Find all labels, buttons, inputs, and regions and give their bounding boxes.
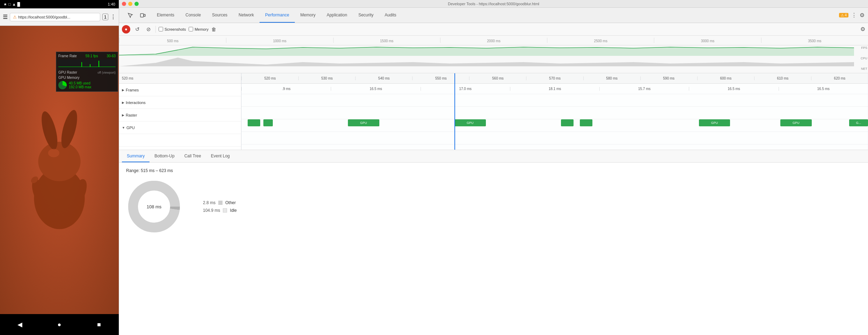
battery-icon: █	[17, 2, 20, 6]
graph-spike-1	[81, 62, 82, 67]
gpu-raster-status: off (viewport)	[97, 71, 116, 74]
toolbar-right: ⚙	[860, 26, 865, 32]
stop-button[interactable]: ⊘	[144, 25, 153, 34]
settings-button[interactable]: ⚙	[860, 26, 865, 32]
fps-label: FPS	[861, 46, 867, 50]
tab-bottom-up[interactable]: Bottom-Up	[149, 150, 179, 162]
memory-delete-icon[interactable]: 🗑	[211, 27, 216, 32]
donut-chart: 108 ms	[126, 179, 182, 234]
close-window-button[interactable]	[122, 2, 126, 6]
tab-security-label: Security	[358, 13, 373, 17]
svg-rect-9	[144, 14, 145, 16]
svg-marker-10	[119, 47, 854, 56]
graph-baseline	[58, 67, 116, 67]
frame-rate-value: 59.1 fps	[86, 54, 98, 58]
tab-bottom-up-label: Bottom-Up	[154, 154, 174, 158]
bottom-panel: Summary Bottom-Up Call Tree Event Log Ra…	[119, 150, 868, 335]
interactions-label: Interactions	[126, 100, 146, 105]
idle-color-swatch	[223, 208, 227, 213]
sim-icon: □	[8, 2, 11, 6]
ruler-tick-2500: 2500 ms	[547, 38, 654, 43]
raster-label: Raster	[126, 113, 137, 117]
gpu-memory-values: 40.5 MB used 192.0 MB max	[69, 81, 91, 89]
back-button[interactable]: ◀	[13, 318, 27, 332]
minimize-window-button[interactable]	[128, 2, 132, 6]
tab-network-label: Network	[239, 13, 254, 17]
gpu-track-row	[119, 134, 241, 147]
devtools-panel: Developer Tools - https://localhost:5000…	[119, 0, 868, 335]
url-bar[interactable]: ⚠ https://localhost:5000/goodbl...	[10, 13, 100, 21]
bunny-svg	[10, 97, 108, 243]
status-icons: ★ □ ▲ █	[3, 2, 20, 7]
maximize-window-button[interactable]	[134, 2, 139, 6]
tab-call-tree-label: Call Tree	[184, 154, 201, 158]
browser-options-icon[interactable]: ⋮	[110, 14, 116, 20]
mini-charts: FPS CPU NET	[119, 45, 868, 73]
device-toggle-button[interactable]	[138, 10, 148, 20]
tab-summary[interactable]: Summary	[122, 150, 149, 162]
gpu-expand-triangle[interactable]: ▼	[122, 126, 125, 129]
tab-security[interactable]: Security	[353, 8, 379, 23]
interactions-expand-triangle[interactable]: ▶	[122, 101, 124, 104]
nav-bar: ◀ ● ■	[0, 314, 119, 335]
inspect-element-button[interactable]	[125, 10, 135, 20]
tab-application[interactable]: Application	[321, 8, 353, 23]
tab-memory[interactable]: Memory	[295, 8, 321, 23]
frames-expand-triangle[interactable]: ▶	[122, 88, 124, 92]
interactions-row-label: ▶ Interactions	[119, 96, 241, 109]
gpu-raster-label: GPU Raster	[58, 70, 77, 74]
ruler-tick-2000: 2000 ms	[440, 38, 547, 43]
settings-icon[interactable]: ⚙	[860, 12, 865, 18]
browser-bar: ☰ ⚠ https://localhost:5000/goodbl... 1 ⋮	[0, 8, 119, 26]
cpu-label: CPU	[861, 57, 867, 60]
reload-button[interactable]: ↺	[133, 25, 141, 34]
other-label: Other	[225, 200, 236, 205]
screenshots-toggle[interactable]: Screenshots	[159, 27, 186, 31]
memory-toggle[interactable]: Memory	[189, 27, 209, 31]
home-button[interactable]: ●	[52, 318, 66, 332]
tab-sources[interactable]: Sources	[206, 8, 233, 23]
mobile-device: ★ □ ▲ █ 1:40 ☰ ⚠ https://localhost:5000/…	[0, 0, 119, 335]
range-text: Range: 515 ms – 623 ms	[126, 168, 861, 173]
ruler-tick-500: 500 ms	[119, 38, 226, 43]
tab-elements[interactable]: Elements	[151, 8, 180, 23]
gpu-label: GPU	[126, 126, 135, 130]
raster-expand-triangle[interactable]: ▶	[122, 113, 124, 117]
tab-toolbar-icons	[122, 8, 151, 23]
bottom-content: Range: 515 ms – 623 ms 108 ms 2.8 ms	[119, 163, 868, 335]
tab-performance[interactable]: Performance	[260, 8, 295, 23]
legend-item-other: 2.8 ms Other	[203, 200, 237, 205]
gpu-raster-row: GPU Raster off (viewport)	[58, 70, 116, 74]
raster-row-label: ▶ Raster	[119, 109, 241, 121]
status-bar: ★ □ ▲ █ 1:40	[0, 0, 119, 8]
devtools-title: Developer Tools - https://localhost:5000…	[448, 2, 539, 6]
net-label: NET	[861, 67, 867, 70]
more-options-icon[interactable]: ⋮	[851, 12, 857, 18]
tab-event-log[interactable]: Event Log	[206, 150, 235, 162]
donut-center-label: 108 ms	[147, 204, 162, 209]
tab-network[interactable]: Network	[233, 8, 260, 23]
ruler-tick-3500: 3500 ms	[761, 38, 868, 43]
tab-audits[interactable]: Audits	[379, 8, 402, 23]
idle-label: Idle	[230, 208, 236, 213]
tab-console[interactable]: Console	[180, 8, 206, 23]
tab-console-label: Console	[185, 13, 201, 17]
memory-checkbox[interactable]	[189, 27, 193, 31]
tab-call-tree[interactable]: Call Tree	[180, 150, 206, 162]
svg-marker-11	[119, 58, 854, 66]
gpu-memory-label: GPU Memory	[58, 76, 80, 80]
recent-button[interactable]: ■	[92, 318, 106, 332]
frames-row-label: ▶ Frames	[119, 84, 241, 96]
record-button[interactable]: ●	[122, 25, 130, 34]
net-chart	[119, 66, 854, 73]
idle-value: 104.9 ms	[203, 208, 220, 213]
window-controls	[122, 2, 139, 6]
timeline-selection	[241, 73, 868, 150]
tab-performance-label: Performance	[265, 13, 289, 17]
screenshots-checkbox[interactable]	[159, 27, 163, 31]
timeline-right-panel[interactable]: 520 ms 530 ms 540 ms 550 ms 560 ms 570 m…	[241, 73, 868, 150]
tab-count-icon[interactable]: 1	[102, 14, 108, 20]
ruler-tick-1500: 1500 ms	[333, 38, 440, 43]
ms-header-start: 520 ms	[122, 76, 133, 80]
devtools-titlebar: Developer Tools - https://localhost:5000…	[119, 0, 868, 8]
